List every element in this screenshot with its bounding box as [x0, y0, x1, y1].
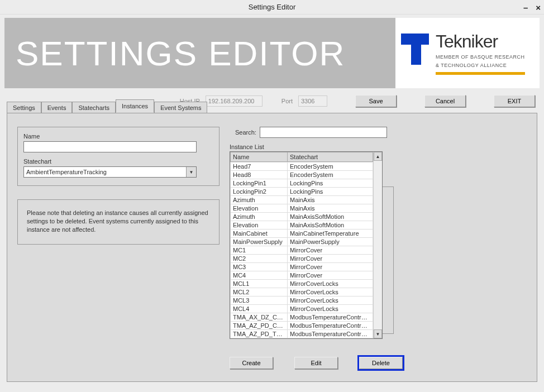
cell-name: MC1	[231, 246, 288, 255]
banner: SETTINGS EDITOR Tekniker MEMBER OF BASQU…	[4, 18, 540, 88]
cell-name: Elevation	[231, 221, 288, 230]
titlebar: Settings Editor – ×	[0, 0, 544, 15]
cell-statechart: ModbusTemperatureController	[288, 322, 373, 330]
cell-statechart: MirrorCover	[288, 263, 373, 271]
cell-name: MC3	[231, 263, 288, 271]
scroll-down-icon[interactable]: ▼	[374, 329, 382, 338]
cell-statechart: MirrorCoverLocks	[288, 288, 373, 297]
cell-statechart: MirrorCoverLocks	[288, 280, 373, 288]
cell-statechart: MainAxisSoftMotion	[288, 213, 373, 221]
delete-button[interactable]: Delete	[359, 357, 403, 369]
table-row[interactable]: MCL4MirrorCoverLocks	[231, 305, 373, 313]
cell-name: TMA_AZ_PD_CBT_0	[231, 322, 288, 330]
cell-name: MCL2	[231, 288, 288, 297]
table-row[interactable]: TMA_AZ_PD_TRM_0ModbusTemperatureControll…	[231, 330, 373, 338]
cancel-button[interactable]: Cancel	[424, 95, 466, 107]
table-row[interactable]: MainPowerSupplyMainPowerSupply	[231, 238, 373, 246]
statechart-combo[interactable]: AmbientTemperatureTracking ▼	[23, 166, 197, 178]
instance-list-label: Instance List	[230, 144, 526, 150]
name-input[interactable]	[23, 141, 197, 152]
tab-events[interactable]: Events	[41, 102, 73, 113]
table-row[interactable]: MC1MirrorCover	[231, 246, 373, 255]
cell-statechart: MainAxis	[288, 196, 373, 204]
search-input[interactable]	[260, 127, 387, 138]
table-row[interactable]: TMA_AZ_PD_CBT_0ModbusTemperatureControll…	[231, 322, 373, 330]
cell-name: TMA_AZ_PD_TRM_0	[231, 330, 288, 338]
tab-event-systems[interactable]: Event Systems	[154, 102, 207, 113]
table-row[interactable]: MC4MirrorCover	[231, 271, 373, 280]
table-row[interactable]: MC2MirrorCover	[231, 255, 373, 263]
col-header-statechart[interactable]: Statechart	[288, 152, 373, 162]
scroll-track[interactable]	[374, 161, 382, 329]
cell-name: Azimuth	[231, 213, 288, 221]
vertical-scrollbar[interactable]: ▲ ▼	[373, 152, 382, 338]
table-row[interactable]: LockingPin1LockingPins	[231, 179, 373, 188]
cell-name: MC2	[231, 255, 288, 263]
tab-statecharts[interactable]: Statecharts	[72, 102, 116, 113]
col-header-name[interactable]: Name	[231, 152, 288, 162]
table-row[interactable]: MC3MirrorCover	[231, 263, 373, 271]
exit-button[interactable]: EXIT	[494, 95, 535, 107]
cell-statechart: MainAxis	[288, 204, 373, 213]
table-row[interactable]: MCL1MirrorCoverLocks	[231, 280, 373, 288]
statechart-label: Statechart	[23, 158, 213, 165]
statechart-combo-value: AmbientTemperatureTracking	[26, 169, 107, 175]
note-group: Please note that deleting an instance ca…	[17, 199, 219, 245]
table-row[interactable]: MCL2MirrorCoverLocks	[231, 288, 373, 297]
cell-name: Elevation	[231, 204, 288, 213]
cell-name: TMA_AX_DZ_CBT_0	[231, 313, 288, 322]
cell-statechart: LockingPins	[288, 188, 373, 196]
host-ip-input[interactable]	[206, 95, 263, 107]
logo-sub1: MEMBER OF BASQUE RESEARCH	[436, 54, 525, 60]
cell-name: LockingPin1	[231, 179, 288, 188]
table-row[interactable]: MCL3MirrorCoverLocks	[231, 297, 373, 305]
cell-statechart: MirrorCover	[288, 255, 373, 263]
instance-list-table[interactable]: Name Statechart Head7EncoderSystemHead8E…	[230, 151, 383, 339]
cell-name: MCL1	[231, 280, 288, 288]
table-row[interactable]: MainCabinetMainCabinetTemperature	[231, 230, 373, 238]
save-button[interactable]: Save	[355, 95, 397, 107]
table-row[interactable]: LockingPin2LockingPins	[231, 188, 373, 196]
window-controls: – ×	[523, 0, 541, 15]
tab-row: Settings Events Statecharts Instances Ev…	[7, 99, 207, 113]
table-row[interactable]: Head8EncoderSystem	[231, 171, 373, 179]
close-icon[interactable]: ×	[536, 3, 541, 12]
table-row[interactable]: TMA_AX_DZ_CBT_0ModbusTemperatureControll…	[231, 313, 373, 322]
cell-name: MCL3	[231, 297, 288, 305]
edit-button[interactable]: Edit	[294, 357, 338, 369]
cell-statechart: ModbusTemperatureController	[288, 313, 373, 322]
cell-statechart: ModbusTemperatureController	[288, 330, 373, 338]
cell-statechart: EncoderSystem	[288, 171, 373, 179]
table-row[interactable]: AzimuthMainAxisSoftMotion	[231, 213, 373, 221]
cell-name: LockingPin2	[231, 188, 288, 196]
table-row[interactable]: Head7EncoderSystem	[231, 162, 373, 171]
logo-mark-icon	[401, 34, 429, 73]
table-row[interactable]: AzimuthMainAxis	[231, 196, 373, 204]
delete-note: Please note that deleting an instance ca…	[23, 205, 213, 237]
cell-name: MCL4	[231, 305, 288, 313]
tab-settings[interactable]: Settings	[7, 102, 41, 113]
cell-statechart: MirrorCoverLocks	[288, 297, 373, 305]
search-label: Search:	[235, 129, 256, 136]
cell-name: Azimuth	[231, 196, 288, 204]
chevron-down-icon[interactable]: ▼	[186, 167, 196, 177]
cell-statechart: MainAxisSoftMotion	[288, 221, 373, 230]
logo-underline	[436, 72, 525, 75]
minimize-icon[interactable]: –	[523, 3, 528, 12]
list-side-panel	[383, 187, 394, 334]
table-row[interactable]: ElevationMainAxisSoftMotion	[231, 221, 373, 230]
table-row[interactable]: TMA_EL_PD_CBT_0ModbusTemperatureControll…	[231, 338, 373, 339]
port-input[interactable]	[298, 95, 327, 107]
cell-name: MainPowerSupply	[231, 238, 288, 246]
cell-name: Head8	[231, 171, 288, 179]
instance-form-group: Name Statechart AmbientTemperatureTracki…	[17, 127, 219, 186]
scroll-up-icon[interactable]: ▲	[374, 152, 382, 161]
cell-name: TMA_EL_PD_CBT_0	[231, 338, 288, 339]
table-row[interactable]: ElevationMainAxis	[231, 204, 373, 213]
banner-title: SETTINGS EDITOR	[16, 34, 345, 73]
create-button[interactable]: Create	[230, 357, 273, 369]
cell-statechart: MainPowerSupply	[288, 238, 373, 246]
cell-statechart: MirrorCover	[288, 246, 373, 255]
tab-instances[interactable]: Instances	[116, 99, 154, 113]
cell-statechart: ModbusTemperatureController	[288, 338, 373, 339]
